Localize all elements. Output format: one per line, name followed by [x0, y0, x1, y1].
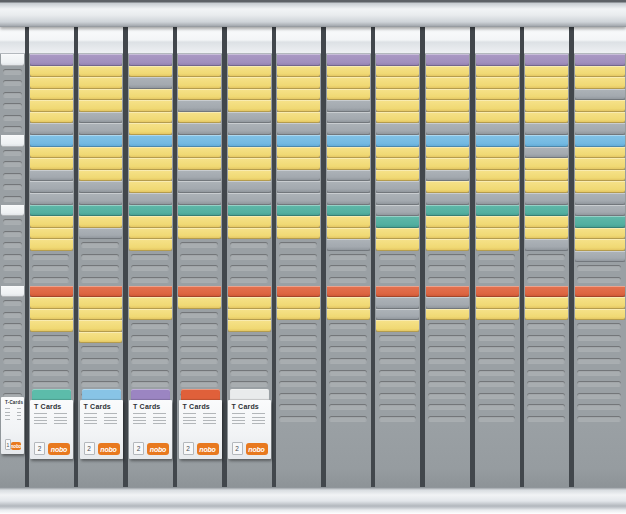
nobo-logo: nobo: [11, 442, 21, 450]
box-title: T-Cards: [5, 400, 21, 405]
yellow-t-card: [276, 158, 321, 170]
box-fine-print-lines: [34, 413, 70, 427]
yellow-t-card: [524, 181, 569, 193]
grey-t-card: [574, 205, 626, 217]
yellow-t-card: [326, 228, 371, 240]
yellow-t-card: [79, 216, 122, 228]
empty-slot: [0, 193, 25, 205]
yellow-t-card: [574, 100, 626, 112]
yellow-t-card: [29, 297, 74, 309]
yellow-t-card: [29, 158, 74, 170]
t-card-column-12: [574, 27, 626, 487]
empty-slot: [0, 100, 25, 112]
yellow-t-card: [277, 147, 320, 159]
orange-t-card: [29, 286, 74, 298]
yellow-t-card: [475, 158, 520, 170]
yellow-t-card: [525, 228, 568, 240]
orange-t-card: [575, 286, 625, 298]
grey-t-card: [327, 239, 370, 251]
yellow-t-card: [129, 170, 172, 182]
grey-t-card: [29, 181, 74, 193]
box-fine-print-lines: [84, 413, 120, 427]
yellow-t-card: [476, 239, 519, 251]
empty-slot: [375, 262, 420, 274]
white-index-card: [0, 205, 25, 217]
grey-t-card: [178, 181, 221, 193]
empty-slot: [177, 367, 222, 379]
box-front: T Cards2nobo: [129, 400, 172, 459]
yellow-t-card: [29, 228, 74, 240]
grey-t-card: [575, 205, 625, 217]
yellow-t-card: [525, 216, 568, 228]
teal-t-card: [326, 205, 371, 217]
empty-slot: [375, 378, 420, 390]
grey-t-card: [30, 193, 73, 205]
yellow-t-card: [228, 216, 271, 228]
empty-slot: [29, 251, 74, 263]
empty-slot: [128, 355, 173, 367]
empty-slot: [574, 262, 626, 274]
yellow-t-card: [574, 297, 626, 309]
yellow-t-card: [376, 158, 419, 170]
empty-slot: [276, 320, 321, 332]
box-title: T Cards: [232, 403, 268, 410]
empty-slot: [276, 251, 321, 263]
empty-slot: [276, 413, 321, 425]
empty-slot: [227, 355, 272, 367]
yellow-t-card: [277, 216, 320, 228]
empty-slot: [425, 251, 470, 263]
empty-slot: [0, 320, 25, 332]
empty-slot: [375, 355, 420, 367]
purple-t-card: [426, 54, 469, 66]
empty-slot: [375, 390, 420, 402]
yellow-t-card: [228, 158, 271, 170]
yellow-t-card: [78, 297, 123, 309]
yellow-t-card: [78, 170, 123, 182]
yellow-t-card: [79, 332, 122, 344]
yellow-t-card: [326, 89, 371, 101]
teal-t-card: [178, 205, 221, 217]
column-smooth-base: [524, 425, 569, 488]
yellow-t-card: [178, 216, 221, 228]
yellow-t-card: [29, 216, 74, 228]
column-smooth-base: [276, 425, 321, 488]
empty-slot: [177, 251, 222, 263]
t-card-column-7: [326, 27, 371, 487]
column-header-card: [276, 27, 321, 54]
yellow-t-card: [177, 297, 222, 309]
yellow-t-card: [525, 89, 568, 101]
empty-slot: [276, 343, 321, 355]
yellow-t-card: [524, 89, 569, 101]
yellow-t-card: [575, 66, 625, 78]
yellow-t-card: [426, 89, 469, 101]
column-header-card: [475, 27, 520, 54]
yellow-t-card: [79, 158, 122, 170]
yellow-t-card: [575, 100, 625, 112]
yellow-t-card: [425, 216, 470, 228]
empty-slot: [326, 355, 371, 367]
yellow-t-card: [327, 228, 370, 240]
yellow-t-card: [79, 147, 122, 159]
yellow-t-card: [425, 158, 470, 170]
empty-slot: [326, 401, 371, 413]
empty-slot: [475, 413, 520, 425]
yellow-t-card: [30, 297, 73, 309]
column-smooth-base: [375, 425, 420, 488]
white-index-card: [0, 135, 25, 147]
yellow-t-card: [525, 297, 568, 309]
yellow-t-card: [524, 66, 569, 78]
grey-t-card: [177, 123, 222, 135]
yellow-t-card: [177, 66, 222, 78]
box-fine-print-lines: [183, 413, 219, 427]
teal-t-card: [30, 205, 73, 217]
empty-slot: [0, 332, 25, 344]
box-hanging-tab: [3, 386, 22, 397]
yellow-t-card: [375, 320, 420, 332]
yellow-t-card: [30, 77, 73, 89]
empty-slot: [524, 367, 569, 379]
empty-slot: [0, 343, 25, 355]
grey-t-card: [30, 123, 73, 135]
empty-slot: [0, 367, 25, 379]
yellow-t-card: [476, 181, 519, 193]
grey-t-card: [79, 123, 122, 135]
